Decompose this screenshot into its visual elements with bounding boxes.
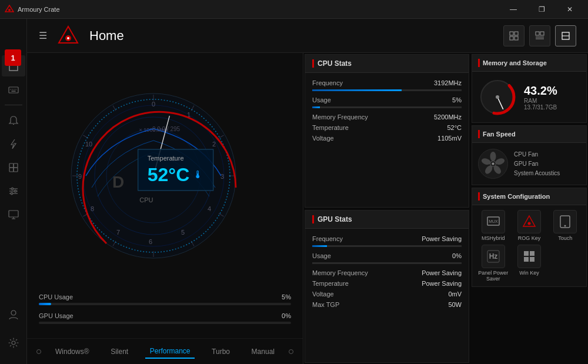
page-title: Home bbox=[89, 28, 494, 44]
sidebar-item-notifications[interactable] bbox=[2, 110, 25, 131]
detail-view-button[interactable] bbox=[555, 25, 576, 46]
left-panel: 0 1 2 3 4 5 6 7 8 9 10 × 1000 bbox=[27, 53, 303, 364]
svg-rect-33 bbox=[540, 32, 544, 35]
config-touch[interactable]: Touch bbox=[549, 210, 582, 241]
svg-text:6: 6 bbox=[148, 238, 152, 245]
system-config-panel: System Configuration MUX bbox=[472, 188, 587, 287]
svg-rect-11 bbox=[14, 163, 18, 168]
gpu-usage-bar bbox=[39, 322, 291, 324]
scrollable-content: CPU Stats Frequency 3192MHz bbox=[303, 53, 588, 364]
svg-text:9: 9 bbox=[78, 173, 81, 180]
svg-text:D: D bbox=[112, 173, 124, 191]
main-panel: 0 1 2 3 4 5 6 7 8 9 10 × 1000 bbox=[27, 53, 588, 364]
gpu-voltage: Voltage 0mV bbox=[312, 289, 462, 299]
rog-logo bbox=[56, 24, 80, 48]
svg-rect-93 bbox=[524, 257, 529, 262]
sidebar-item-settings[interactable] bbox=[2, 332, 25, 353]
temp-label: Temperature bbox=[148, 154, 204, 161]
fan-sys-label: System Acoustics bbox=[514, 169, 560, 178]
gpu-usage-minibar bbox=[312, 262, 462, 264]
cpu-mem-freq: Memory Frequency 5200MHz bbox=[312, 112, 462, 122]
mshybrid-label: MSHybrid bbox=[482, 235, 505, 241]
panel-power-label: Panel Power Saver bbox=[477, 270, 509, 282]
sidebar-item-display[interactable] bbox=[2, 204, 25, 225]
svg-point-1 bbox=[8, 9, 11, 11]
content-area: ☰ Home bbox=[27, 19, 588, 364]
gpu-usage-stat: GPU Usage 0% bbox=[39, 312, 291, 324]
list-view-button[interactable] bbox=[529, 25, 550, 46]
config-content: MUX MSHybrid bbox=[472, 205, 586, 286]
cpu-usage-stat: CPU Usage 5% bbox=[39, 293, 291, 305]
svg-rect-32 bbox=[536, 32, 539, 35]
header: ☰ Home bbox=[27, 19, 588, 53]
rogkey-label: ROG Key bbox=[518, 235, 541, 241]
cpu-stats-panel: CPU Stats Frequency 3192MHz bbox=[305, 54, 469, 208]
tab-windows[interactable]: Windows® bbox=[51, 345, 94, 358]
svg-text:Hz: Hz bbox=[489, 252, 497, 261]
bottom-stats: CPU Usage 5% GPU Usage 0% bbox=[27, 286, 303, 338]
memory-percent: 43.2% bbox=[524, 84, 557, 98]
svg-rect-92 bbox=[530, 251, 534, 256]
tab-silent[interactable]: Silent bbox=[106, 345, 133, 358]
svg-rect-20 bbox=[9, 211, 18, 217]
window-controls: — ❐ ✕ bbox=[500, 0, 583, 19]
cpu-stats-content: Frequency 3192MHz Usage 5% bbox=[305, 73, 469, 148]
svg-text:5: 5 bbox=[181, 229, 184, 236]
winkey-label: Win Key bbox=[519, 270, 539, 276]
sidebar: 1 bbox=[0, 19, 27, 364]
cpu-temp: Temperature 52°C bbox=[312, 122, 462, 133]
svg-point-17 bbox=[11, 188, 14, 190]
app-title: Armoury Crate bbox=[18, 6, 60, 13]
sidebar-item-lightning[interactable] bbox=[2, 133, 25, 155]
sidebar-item-sliders[interactable] bbox=[2, 181, 25, 202]
svg-point-24 bbox=[12, 341, 15, 345]
winkey-icon bbox=[517, 245, 541, 268]
svg-point-86 bbox=[527, 222, 530, 225]
gpu-usage-label: GPU Usage bbox=[39, 312, 74, 319]
right-panels: CPU Stats Frequency 3192MHz bbox=[303, 53, 588, 364]
memory-gauge bbox=[477, 76, 518, 118]
performance-tabs: Windows® Silent Performance Turbo Manual bbox=[27, 338, 303, 364]
cpu-usage-bar-fill bbox=[39, 303, 51, 305]
tab-turbo[interactable]: Turbo bbox=[207, 345, 235, 358]
sidebar-item-profile[interactable] bbox=[2, 304, 25, 325]
cpu-usage: Usage 5% bbox=[312, 95, 462, 108]
cpu-usage-label: CPU Usage bbox=[39, 293, 73, 300]
cpu-gauge-label: CPU bbox=[139, 196, 153, 203]
config-winkey[interactable]: Win Key bbox=[513, 245, 545, 282]
svg-text:0: 0 bbox=[151, 101, 155, 108]
fan-speed-title: Fan Speed bbox=[483, 131, 516, 138]
fan-content: CPU Fan GPU Fan System Acoustics bbox=[472, 143, 586, 185]
config-mshybrid[interactable]: MUX MSHybrid bbox=[477, 210, 509, 241]
svg-point-18 bbox=[14, 190, 16, 192]
gpu-max-tgp: Max TGP 50W bbox=[312, 299, 462, 310]
gpu-stats-header: GPU Stats bbox=[305, 211, 469, 229]
gauge-area: 0 1 2 3 4 5 6 7 8 9 10 × 1000 bbox=[27, 53, 303, 286]
sidebar-badge: 1 bbox=[5, 49, 21, 66]
maximize-button[interactable]: ❐ bbox=[528, 0, 555, 19]
memory-storage-title: Memory and Storage bbox=[483, 59, 547, 66]
mshybrid-icon: MUX bbox=[482, 210, 505, 233]
sidebar-item-keyboard[interactable] bbox=[2, 79, 25, 100]
svg-text:MUX: MUX bbox=[489, 219, 498, 223]
svg-rect-94 bbox=[530, 257, 534, 262]
grid-view-button[interactable] bbox=[503, 25, 524, 46]
sidebar-bottom bbox=[2, 303, 25, 355]
minimize-button[interactable]: — bbox=[500, 0, 527, 19]
config-accent bbox=[478, 192, 480, 201]
system-config-header: System Configuration bbox=[472, 188, 586, 205]
svg-text:3: 3 bbox=[220, 173, 223, 180]
config-panel-power[interactable]: Hz Panel Power Saver bbox=[477, 245, 509, 282]
gpu-freq-bar bbox=[312, 245, 462, 247]
close-button[interactable]: ✕ bbox=[556, 0, 583, 19]
sidebar-item-tags[interactable] bbox=[2, 157, 25, 178]
tab-performance[interactable]: Performance bbox=[145, 345, 195, 359]
tab-manual[interactable]: Manual bbox=[247, 345, 279, 358]
config-rogkey[interactable]: ROG Key bbox=[513, 210, 545, 241]
memory-value: 13.7/31.7GB bbox=[524, 104, 557, 111]
memory-storage-header: Memory and Storage bbox=[472, 55, 586, 72]
svg-text:7: 7 bbox=[116, 229, 119, 236]
menu-icon[interactable]: ☰ bbox=[39, 30, 47, 41]
cpu-usage-bar bbox=[39, 303, 291, 305]
system-config-title: System Configuration bbox=[483, 193, 550, 200]
